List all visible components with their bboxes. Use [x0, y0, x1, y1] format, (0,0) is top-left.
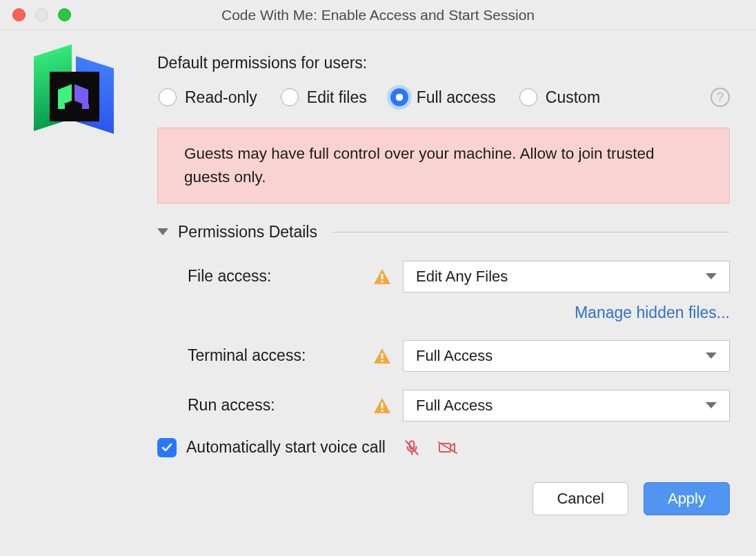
radio-icon — [390, 88, 408, 106]
chevron-down-icon — [706, 353, 717, 359]
svg-rect-3 — [381, 360, 384, 362]
terminal-access-select[interactable]: Full Access — [403, 340, 730, 372]
close-window-button[interactable] — [12, 8, 26, 21]
file-access-label: File access: — [188, 267, 374, 286]
file-access-select[interactable]: Edit Any Files — [403, 261, 730, 292]
permissions-details-header[interactable]: Permissions Details — [157, 223, 730, 241]
disclosure-triangle-icon — [157, 228, 168, 235]
code-with-me-icon — [33, 54, 115, 135]
radio-label: Read-only — [185, 88, 257, 107]
radio-edit-files[interactable]: Edit files — [281, 88, 367, 107]
terminal-access-label: Terminal access: — [188, 346, 374, 365]
window-controls — [12, 8, 71, 21]
radio-icon — [519, 88, 537, 106]
dialog-buttons: Cancel Apply — [157, 482, 730, 515]
divider — [332, 232, 730, 232]
help-icon[interactable]: ? — [710, 88, 730, 107]
select-value: Full Access — [416, 397, 493, 415]
radio-read-only[interactable]: Read-only — [159, 88, 257, 107]
cancel-button[interactable]: Cancel — [533, 482, 628, 515]
select-value: Full Access — [416, 347, 493, 365]
voice-call-checkbox[interactable] — [157, 438, 177, 457]
svg-rect-2 — [381, 353, 384, 359]
manage-hidden-files-link[interactable]: Manage hidden files... — [575, 304, 730, 322]
svg-rect-1 — [381, 281, 384, 283]
radio-icon — [281, 88, 299, 106]
window-title: Code With Me: Enable Access and Start Se… — [221, 7, 535, 23]
svg-rect-5 — [381, 410, 384, 412]
voice-call-label: Automatically start voice call — [186, 438, 386, 457]
chevron-down-icon — [706, 402, 717, 408]
maximize-window-button[interactable] — [58, 8, 71, 21]
radio-full-access[interactable]: Full access — [390, 88, 496, 107]
svg-rect-4 — [381, 403, 384, 408]
terminal-access-row: Terminal access: Full Access — [157, 340, 730, 372]
apply-button[interactable]: Apply — [644, 482, 730, 515]
file-access-row: File access: Edit Any Files — [157, 261, 730, 292]
chevron-down-icon — [706, 273, 717, 279]
warning-icon — [374, 269, 390, 284]
titlebar: Code With Me: Enable Access and Start Se… — [0, 0, 756, 30]
permissions-heading: Default permissions for users: — [157, 54, 730, 72]
section-title: Permissions Details — [178, 223, 317, 241]
run-access-label: Run access: — [188, 396, 374, 415]
logo-column — [33, 54, 157, 515]
radio-label: Edit files — [307, 88, 367, 107]
voice-call-row: Automatically start voice call — [157, 438, 730, 457]
checkmark-icon — [161, 441, 173, 454]
minimize-window-button[interactable] — [35, 8, 48, 21]
run-access-row: Run access: Full Access — [157, 390, 730, 421]
radio-icon — [159, 88, 177, 106]
radio-label: Full access — [417, 88, 496, 107]
radio-label: Custom — [546, 88, 600, 107]
warning-banner: Guests may have full control over your m… — [157, 128, 730, 203]
warning-icon — [374, 348, 390, 364]
select-value: Edit Any Files — [416, 268, 508, 286]
radio-custom[interactable]: Custom — [519, 88, 600, 107]
svg-rect-0 — [381, 274, 384, 279]
microphone-muted-icon — [402, 438, 421, 457]
camera-off-icon — [438, 438, 457, 457]
warning-icon — [374, 398, 390, 413]
permissions-radio-group: Read-only Edit files Full access Custom … — [157, 88, 730, 107]
run-access-select[interactable]: Full Access — [403, 390, 730, 421]
